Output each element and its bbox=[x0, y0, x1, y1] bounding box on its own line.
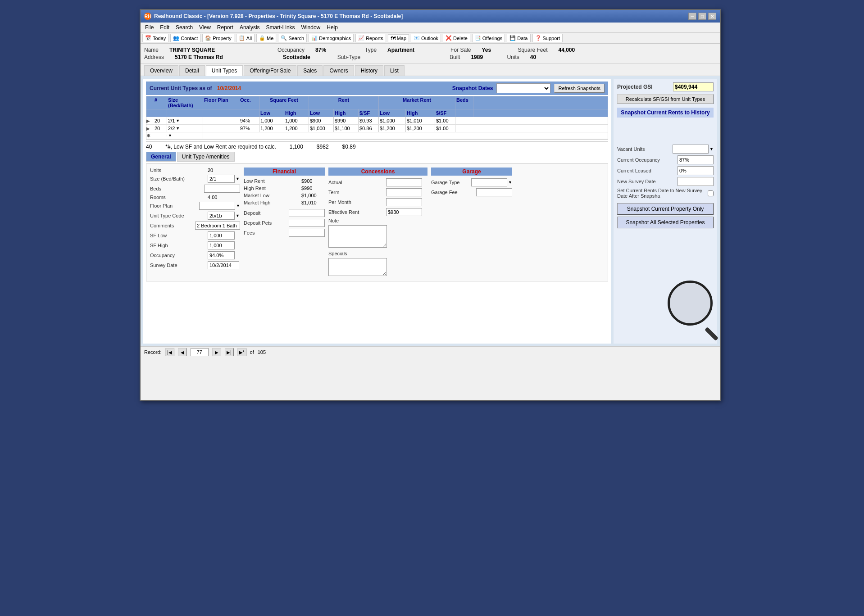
units-value: 20 bbox=[208, 168, 213, 173]
toolbar-delete[interactable]: ❌ Delete bbox=[443, 34, 470, 42]
tab-sales[interactable]: Sales bbox=[297, 65, 323, 76]
toolbar-outlook[interactable]: 📧 Outlook bbox=[411, 34, 441, 42]
new-survey-date-input[interactable] bbox=[678, 177, 714, 186]
window-controls[interactable]: ─ □ ✕ bbox=[688, 13, 716, 20]
tab-overview[interactable]: Overview bbox=[144, 65, 178, 76]
tab-history[interactable]: History bbox=[355, 65, 383, 76]
menu-edit[interactable]: Edit bbox=[157, 23, 172, 32]
note-label: Note bbox=[328, 218, 382, 223]
menu-file[interactable]: File bbox=[142, 23, 156, 32]
current-leased-input[interactable] bbox=[678, 166, 714, 175]
nav-last[interactable]: ▶| bbox=[225, 348, 234, 356]
garage-type-input[interactable] bbox=[471, 178, 507, 186]
menu-view[interactable]: View bbox=[196, 23, 214, 32]
menu-search[interactable]: Search bbox=[173, 23, 196, 32]
utcode-input[interactable] bbox=[208, 212, 235, 220]
term-input[interactable] bbox=[386, 188, 422, 196]
address-label: Address bbox=[144, 54, 164, 60]
snapshot-dates-dropdown[interactable] bbox=[496, 83, 550, 93]
row-size: 2/1 ▼ bbox=[167, 117, 203, 124]
close-button[interactable]: ✕ bbox=[708, 13, 716, 20]
table-row[interactable]: ▶ 20 2/2 ▼ 97% 1,200 1,200 $1,000 $1,100… bbox=[146, 125, 608, 132]
toolbar-support[interactable]: ❓ Support bbox=[532, 34, 563, 42]
toolbar-property[interactable]: 🏠 Property bbox=[202, 34, 234, 42]
market-low-value: $1,000 bbox=[301, 193, 317, 198]
beds-input[interactable] bbox=[204, 185, 240, 193]
tab-unittypes[interactable]: Unit Types bbox=[206, 65, 243, 76]
actual-input[interactable] bbox=[386, 178, 422, 186]
form-tab-general[interactable]: General bbox=[146, 152, 176, 162]
per-month-input[interactable] bbox=[386, 198, 422, 206]
tab-list[interactable]: List bbox=[384, 65, 405, 76]
snapshot-dates-label: Snapshot Dates bbox=[452, 85, 493, 91]
col-beds-header: Beds bbox=[455, 96, 473, 109]
refresh-snapshots-button[interactable]: Refresh Snapshots bbox=[554, 84, 605, 93]
garage-fee-input[interactable] bbox=[476, 188, 512, 196]
minimize-button[interactable]: ─ bbox=[688, 13, 696, 20]
survey-date-input[interactable] bbox=[208, 261, 239, 269]
size-input[interactable] bbox=[208, 175, 235, 183]
menu-window[interactable]: Window bbox=[299, 23, 323, 32]
menu-analysis[interactable]: Analysis bbox=[237, 23, 263, 32]
toolbar-reports[interactable]: 📈 Reports bbox=[355, 34, 386, 42]
row-rent-low: $1,000 bbox=[309, 125, 334, 132]
comments-input[interactable] bbox=[195, 222, 240, 230]
occupancy-input[interactable] bbox=[208, 251, 235, 259]
tab-owners[interactable]: Owners bbox=[323, 65, 354, 76]
menu-smartlinks[interactable]: Smart-Links bbox=[264, 23, 298, 32]
fees-input[interactable] bbox=[289, 229, 325, 237]
maximize-button[interactable]: □ bbox=[698, 13, 706, 20]
deposit-input[interactable] bbox=[289, 209, 325, 217]
toolbar-map[interactable]: 🗺 Map bbox=[388, 34, 409, 42]
toolbar-today[interactable]: 📅 Today bbox=[142, 34, 168, 42]
note-textarea[interactable] bbox=[328, 225, 387, 248]
row-size: 2/2 ▼ bbox=[167, 125, 203, 132]
snapshot-rents-history-button[interactable]: Snapshot Current Rents to History bbox=[617, 108, 714, 118]
toolbar-me[interactable]: 🔒 Me bbox=[256, 34, 276, 42]
recalculate-button[interactable]: Recalculate SF/GSI from Unit Types bbox=[617, 94, 714, 104]
menu-report[interactable]: Report bbox=[214, 23, 236, 32]
toolbar-offerings[interactable]: 📑 Offerings bbox=[472, 34, 505, 42]
header-date: 10/2/2014 bbox=[217, 85, 241, 91]
table-row[interactable]: ▶ 20 2/1 ▼ 94% 1,000 1,000 $900 $990 $0.… bbox=[146, 117, 608, 125]
form-tab-amenities[interactable]: Unit Type Amenities bbox=[177, 152, 235, 162]
nav-next[interactable]: ▶ bbox=[212, 348, 221, 356]
col-hash-header: # bbox=[154, 96, 167, 109]
tab-detail[interactable]: Detail bbox=[179, 65, 205, 76]
current-occupancy-input[interactable] bbox=[678, 155, 714, 164]
forsale-value: Yes bbox=[482, 47, 500, 53]
snapshot-all-button[interactable]: Snapshot All Selected Properties bbox=[617, 217, 714, 228]
record-label: Record: bbox=[144, 349, 162, 355]
table-row-new[interactable]: ✱ ▼ bbox=[146, 132, 608, 139]
record-number-input[interactable] bbox=[191, 348, 209, 356]
vacant-units-input[interactable] bbox=[673, 145, 709, 154]
toolbar-demographics[interactable]: 📊 Demographics bbox=[309, 34, 354, 42]
garage-header: Garage bbox=[431, 168, 512, 176]
set-rents-checkbox[interactable] bbox=[708, 190, 714, 196]
row-expand-icon[interactable]: ▶ bbox=[146, 126, 154, 131]
specials-textarea[interactable] bbox=[328, 258, 387, 276]
snapshot-current-button[interactable]: Snapshot Current Property Only bbox=[617, 203, 714, 215]
row-sf-low: 1,200 bbox=[259, 125, 284, 132]
row-expand-icon[interactable]: ▶ bbox=[146, 118, 154, 123]
toolbar-contact[interactable]: 👥 Contact bbox=[170, 34, 200, 42]
tab-offering[interactable]: Offering/For Sale bbox=[244, 65, 296, 76]
sflow-input[interactable] bbox=[208, 231, 235, 240]
of-label: of bbox=[250, 349, 254, 355]
menu-help[interactable]: Help bbox=[324, 23, 341, 32]
sfhigh-input[interactable] bbox=[208, 241, 235, 249]
nav-new[interactable]: ▶* bbox=[237, 348, 246, 356]
concessions-column: Concessions Actual Term Per Month bbox=[328, 168, 427, 277]
beds-label: Beds bbox=[150, 186, 200, 191]
rooms-label: Rooms bbox=[150, 195, 204, 200]
fp-input[interactable] bbox=[199, 202, 235, 210]
eff-rent-input[interactable] bbox=[386, 208, 422, 216]
nav-first[interactable]: |◀ bbox=[165, 348, 174, 356]
nav-prev[interactable]: ◀ bbox=[178, 348, 187, 356]
toolbar-search[interactable]: 🔍 Search bbox=[278, 34, 307, 42]
deposit-pets-input[interactable] bbox=[289, 219, 325, 227]
toolbar-data[interactable]: 💾 Data bbox=[507, 34, 530, 42]
toolbar-all[interactable]: 📋 All bbox=[236, 34, 255, 42]
financial-column: Financial Low Rent $900 High Rent $990 M… bbox=[244, 168, 325, 277]
projected-gsi-input[interactable] bbox=[673, 82, 714, 91]
